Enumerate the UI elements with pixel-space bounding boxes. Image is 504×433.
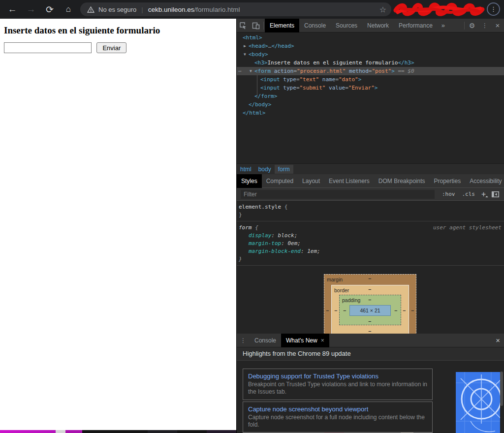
whats-new-card[interactable]: Debugging support for Trusted Type viola…: [243, 369, 433, 400]
settings-gear-icon[interactable]: ⚙: [466, 19, 478, 32]
tab-elements[interactable]: Elements: [265, 19, 299, 32]
css-property[interactable]: margin-block-end: 1em;: [239, 247, 502, 255]
breadcrumb-form[interactable]: form: [275, 165, 293, 174]
css-property-value[interactable]: 0em: [287, 240, 297, 247]
border-label: border: [334, 286, 349, 294]
padding-top-value[interactable]: −: [368, 296, 371, 304]
expand-arrow-open[interactable]: ▼: [244, 50, 249, 59]
taskbar-sliver: [0, 430, 236, 433]
expand-arrow-open[interactable]: ▼: [250, 67, 254, 75]
browser-menu-icon[interactable]: ⋮: [487, 2, 500, 16]
back-icon[interactable]: ←: [4, 0, 21, 19]
code-token: "dato": [339, 76, 358, 83]
css-semicolon: ;: [297, 240, 301, 247]
drawer-close-icon[interactable]: ×: [496, 336, 500, 344]
css-property-value[interactable]: 1em: [307, 248, 317, 254]
tab-whats-new[interactable]: What's New×: [281, 334, 329, 347]
tab-close-icon[interactable]: ×: [321, 337, 324, 344]
dom-tree-row[interactable]: <html>: [237, 33, 504, 42]
tab-console[interactable]: Console: [299, 19, 331, 32]
padding-right-value[interactable]: −: [394, 307, 397, 314]
dom-tree-row[interactable]: ▶<head>…</head>: [237, 42, 504, 50]
dato-text-input[interactable]: [4, 42, 92, 53]
form-css-rule[interactable]: form { user agent stylesheet display: bl…: [237, 221, 504, 266]
css-property[interactable]: margin-top: 0em;: [239, 240, 502, 247]
whats-new-card-title[interactable]: Debugging support for Trusted Type viola…: [243, 369, 432, 381]
forward-icon[interactable]: →: [23, 0, 39, 19]
sidebar-toggle-icon[interactable]: [492, 191, 499, 197]
code-token: <body>: [249, 51, 268, 58]
tab-layout[interactable]: Layout: [298, 174, 324, 188]
dom-tree-row[interactable]: <input type="submit" value="Enviar">: [237, 84, 504, 92]
breadcrumb-html[interactable]: html: [237, 165, 255, 174]
dom-tree-row[interactable]: </html>: [237, 109, 504, 117]
border-top-value[interactable]: −: [368, 285, 371, 293]
css-property-value[interactable]: block: [278, 232, 294, 239]
tab-styles[interactable]: Styles: [237, 174, 262, 188]
drawer-menu-icon[interactable]: ⋮: [237, 334, 250, 347]
styles-filter-input[interactable]: [241, 190, 435, 199]
margin-top-value[interactable]: −: [368, 275, 371, 282]
drawer-scrollbar[interactable]: [500, 371, 503, 406]
code-token: =: [296, 85, 300, 91]
tab-dom-breakpoints[interactable]: DOM Breakpoints: [374, 174, 430, 188]
css-property-name[interactable]: margin-block-end: [249, 248, 301, 254]
margin-left-value[interactable]: −: [326, 307, 329, 314]
taskbar-dark-segment: [207, 430, 236, 433]
browser-toolbar: ← → ⟳ ⌂ No es seguro | cekb.unileon.es/f…: [0, 0, 504, 19]
dom-tree-row[interactable]: </form>: [237, 92, 504, 100]
css-property[interactable]: display: block;: [239, 232, 502, 240]
divider: [464, 22, 465, 30]
page-form: Enviar: [4, 42, 126, 53]
tab-network[interactable]: Network: [362, 19, 394, 32]
tab-computed[interactable]: Computed: [262, 174, 298, 188]
tab-sources[interactable]: Sources: [331, 19, 362, 32]
redacted-scribble: [393, 2, 487, 16]
reload-icon[interactable]: ⟳: [41, 0, 58, 19]
enviar-submit-button[interactable]: Enviar: [96, 42, 126, 53]
css-property-name[interactable]: display: [249, 232, 271, 239]
code-token: "Enviar": [348, 85, 375, 91]
toggle-hover-state-button[interactable]: :hov: [442, 191, 455, 197]
tab-event-listeners[interactable]: Event Listeners: [324, 174, 374, 188]
dom-tree-row[interactable]: <input type="text" name="dato">: [237, 75, 504, 84]
styles-filter-bar: :hov .cls +: [237, 188, 504, 201]
device-toolbar-icon[interactable]: [250, 19, 262, 32]
row-gutter-dots[interactable]: ⋯: [238, 67, 242, 75]
toggle-classes-button[interactable]: .cls: [462, 191, 475, 197]
dom-tree-row[interactable]: <h3>Inserte datos en el siguiente formul…: [237, 59, 504, 67]
more-tabs-icon[interactable]: »: [438, 22, 449, 29]
element-style-rule[interactable]: element.style { }: [237, 201, 504, 221]
new-style-rule-button[interactable]: +: [481, 190, 486, 199]
tab-performance[interactable]: Performance: [394, 19, 438, 32]
code-token: name: [319, 76, 335, 83]
devtools-close-icon[interactable]: ×: [491, 19, 504, 32]
dom-tree-row[interactable]: </body>: [237, 100, 504, 109]
tab-accessibility[interactable]: Accessibility: [465, 174, 504, 188]
expand-arrow-closed[interactable]: ▶: [244, 42, 249, 50]
margin-right-value[interactable]: −: [411, 307, 414, 314]
breadcrumb-body[interactable]: body: [255, 165, 275, 174]
padding-left-value[interactable]: −: [343, 307, 346, 314]
tab-properties[interactable]: Properties: [430, 174, 466, 188]
tab-console[interactable]: Console: [250, 334, 281, 347]
code-token: </head>: [271, 43, 294, 49]
dom-tree-row[interactable]: ⋯▼<form action="procesar.html" method="p…: [237, 67, 504, 75]
padding-bottom-value[interactable]: −: [368, 317, 371, 325]
whats-new-card-title[interactable]: Capture node screenshot beyond viewport: [243, 402, 432, 414]
border-bottom-value[interactable]: −: [368, 327, 371, 334]
address-bar[interactable]: No es seguro | cekb.unileon.es/formulari…: [80, 2, 391, 16]
taskbar-magenta-segment: [65, 430, 82, 433]
devtools-menu-icon[interactable]: ⋮: [478, 19, 491, 32]
code-token: </h3>: [398, 60, 414, 66]
code-token: </html>: [243, 110, 265, 116]
css-property-name[interactable]: margin-top: [249, 240, 281, 247]
whats-new-card[interactable]: Capture node screenshot beyond viewportC…: [243, 402, 433, 433]
box-model-content[interactable]: 461 × 21: [349, 305, 391, 316]
border-right-value[interactable]: −: [403, 307, 406, 314]
border-left-value[interactable]: −: [334, 307, 337, 314]
dom-tree-row[interactable]: ▼<body>: [237, 50, 504, 59]
inspect-element-icon[interactable]: [237, 19, 250, 32]
bookmark-star-icon[interactable]: ☆: [379, 5, 386, 14]
home-icon[interactable]: ⌂: [60, 0, 77, 19]
